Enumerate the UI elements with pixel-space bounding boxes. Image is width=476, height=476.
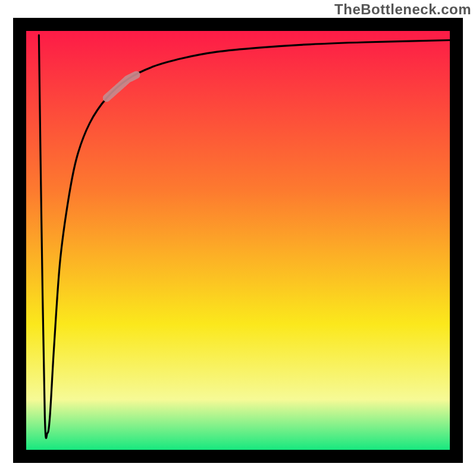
chart-stage: TheBottleneck.com [0, 0, 476, 476]
bottleneck-chart [0, 0, 476, 476]
plot-background [26, 31, 450, 450]
watermark-text: TheBottleneck.com [334, 1, 471, 18]
